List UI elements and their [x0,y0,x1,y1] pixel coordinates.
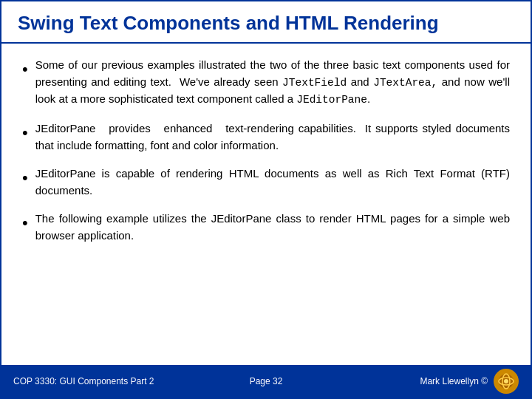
slide-title: Swing Text Components and HTML Rendering [1,1,531,44]
footer-course: COP 3330: GUI Components Part 2 [13,376,182,386]
bullet-text-4: The following example utilizes the JEdit… [35,211,510,244]
bullet-item-1: • Some of our previous examples illustra… [22,57,510,109]
bullet-item-2: • JEditorPane provides enhanced text-ren… [22,120,510,154]
bullet-dot-3: • [22,167,28,190]
svg-point-4 [504,379,508,383]
bullet-dot-1: • [22,58,28,81]
bullet-dot-4: • [22,212,28,235]
footer-author: Mark Llewellyn © [420,376,488,386]
footer-right: Mark Llewellyn © [350,369,519,394]
bullet-text-3: JEditorPane is capable of rendering HTML… [35,166,510,199]
bullet-text-1: Some of our previous examples illustrate… [35,57,510,109]
bullet-dot-2: • [22,122,28,145]
bullet-item-4: • The following example utilizes the JEd… [22,211,510,244]
slide-footer: COP 3330: GUI Components Part 2 Page 32 … [1,365,531,398]
slide-content: • Some of our previous examples illustra… [1,44,531,365]
bullet-text-2: JEditorPane provides enhanced text-rende… [35,120,510,154]
logo [494,369,519,394]
slide: Swing Text Components and HTML Rendering… [0,0,532,399]
bullet-item-3: • JEditorPane is capable of rendering HT… [22,166,510,199]
footer-page: Page 32 [182,376,350,386]
